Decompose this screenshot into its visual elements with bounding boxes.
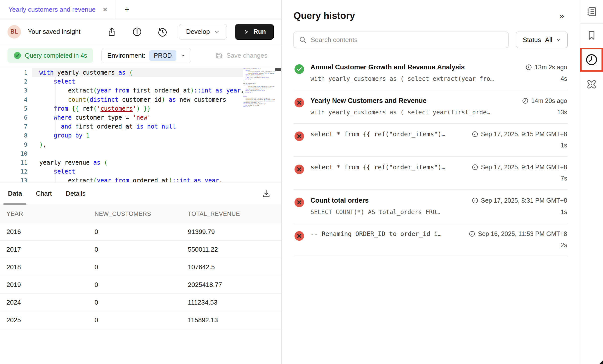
rail-divider (580, 23, 603, 24)
clock-icon (472, 131, 478, 137)
history-item[interactable]: select * from {{ ref("order_items")…Sep … (294, 157, 568, 190)
owner-label: Your saved insight (28, 28, 81, 36)
table-cell: 107642.5 (188, 258, 281, 276)
code-line[interactable]: 2 select (0, 77, 243, 86)
table-row[interactable]: 20180107642.5 (0, 258, 281, 276)
share-icon[interactable] (107, 27, 117, 37)
history-item-title: select * from {{ ref("order_items")… (310, 131, 466, 138)
table-row[interactable]: 20170550011.22 (0, 241, 281, 258)
code-line[interactable]: 3 extract(year from first_ordered_at)::i… (0, 86, 243, 95)
history-item-time: Sep 17, 2025, 9:15 PM GMT+8 (481, 131, 567, 138)
download-icon[interactable] (261, 189, 271, 198)
tab-data-label: Data (8, 190, 22, 197)
resize-corner[interactable] (599, 360, 603, 364)
new-tab-button[interactable]: + (115, 0, 139, 19)
save-icon (215, 51, 223, 59)
history-item[interactable]: Annual Customer Growth and Revenue Analy… (294, 56, 568, 90)
code-line[interactable]: 11yearly_revenue as ( (0, 158, 243, 167)
history-item[interactable]: Count total ordersSep 17, 2025, 8:31 PM … (294, 190, 568, 223)
run-button[interactable]: Run (235, 24, 274, 40)
code-text: group by 1 (39, 132, 90, 139)
code-line[interactable]: 6 where customer_type = 'new' (0, 113, 243, 122)
history-item-body: select * from {{ ref("order_items")…Sep … (310, 131, 567, 149)
code-line[interactable]: 13 extract(year from ordered_at)::int as… (0, 176, 243, 182)
code-line[interactable]: 10 (0, 149, 243, 158)
tab-yearly-customers-and-revenue[interactable]: Yearly customers and revenue ✕ (0, 0, 115, 19)
line-number: 12 (0, 168, 27, 175)
line-number: 4 (0, 96, 27, 103)
column-header: YEAR (0, 205, 95, 223)
insight-toolbar: BL Your saved insight Develop Run (0, 19, 281, 44)
sql-editor[interactable]: 1with yearly_customers as (2 select3 ext… (0, 67, 281, 182)
code-line[interactable]: 8 group by 1 (0, 131, 243, 140)
code-line[interactable]: 9), (0, 140, 243, 149)
tab-chart-label: Chart (36, 190, 52, 197)
history-item-row1: -- Renaming ORDER_ID to order_id i…Sep 1… (310, 230, 567, 237)
table-cell: 2024 (0, 294, 95, 311)
tab-details[interactable]: Details (66, 182, 85, 205)
query-history-clock-icon[interactable] (585, 53, 598, 66)
code-line[interactable]: 12 select (0, 167, 243, 176)
code-text: ), (39, 141, 47, 148)
environment-selector[interactable]: Environment: PROD (101, 48, 191, 63)
results-table-header: YEARNEW_CUSTOMERSTOTAL_REVENUE (0, 205, 281, 223)
minimap-content[interactable]: with yearly_customers as ( select extrac… (243, 68, 275, 182)
code-text: select (39, 78, 75, 85)
table-cell: 2016 (0, 223, 95, 241)
history-item-meta: Sep 16, 2025, 11:53 PM GMT+8 (469, 230, 567, 237)
toolbar-icons (107, 27, 167, 37)
table-cell: 2025418.77 (188, 276, 281, 294)
app-window: Yearly customers and revenue ✕ + BL Your… (0, 0, 603, 364)
save-changes-label: Save changes (226, 52, 267, 59)
line-number: 2 (0, 78, 27, 85)
info-icon[interactable] (132, 27, 142, 37)
environment-label: Environment: (107, 52, 145, 59)
search-box[interactable] (294, 32, 508, 48)
column-header: TOTAL_REVENUE (188, 205, 281, 223)
code-text: select (39, 168, 75, 175)
tab-chart[interactable]: Chart (36, 182, 52, 205)
table-row[interactable]: 20240111234.53 (0, 294, 281, 311)
explore-compass-icon[interactable] (586, 79, 597, 90)
status-filter-dropdown[interactable]: Status All (516, 32, 568, 48)
table-row[interactable]: 201902025418.77 (0, 276, 281, 294)
table-cell: 2025 (0, 311, 95, 329)
collapse-panel-icon[interactable]: » (559, 11, 568, 21)
tab-data[interactable]: Data (8, 182, 22, 205)
save-changes-button[interactable]: Save changes (215, 51, 267, 59)
history-item[interactable]: -- Renaming ORDER_ID to order_id i…Sep 1… (294, 223, 568, 256)
history-item[interactable]: select * from {{ ref("order_items")…Sep … (294, 124, 568, 157)
tab-close-icon[interactable]: ✕ (102, 7, 107, 13)
editor-scrollbar[interactable] (275, 67, 281, 182)
notebook-icon[interactable] (586, 6, 597, 17)
line-number: 7 (0, 123, 27, 130)
code-line[interactable]: 1with yearly_customers as ( (0, 68, 243, 77)
code-line[interactable]: 7 and first_ordered_at is not null (0, 122, 243, 131)
develop-button[interactable]: Develop (179, 24, 227, 40)
error-status-icon (294, 131, 304, 141)
results-tab-bar: Data Chart Details (0, 182, 281, 205)
table-row[interactable]: 20250115892.13 (0, 311, 281, 329)
code-text: extract(year from first_ordered_at)::int… (39, 87, 243, 94)
bookmark-icon[interactable] (586, 30, 597, 41)
history-item[interactable]: Yearly New Customers and Revenue14m 20s … (294, 90, 568, 124)
search-input[interactable] (311, 36, 503, 44)
history-item-body: -- Renaming ORDER_ID to order_id i…Sep 1… (310, 230, 567, 249)
code-line[interactable]: 4 count(distinct customer_id) as new_cus… (0, 95, 243, 104)
table-cell: 2018 (0, 258, 95, 276)
history-item-body: Annual Customer Growth and Revenue Analy… (310, 63, 567, 82)
results-section: Data Chart Details YEARNEW_CUSTOMERSTOTA… (0, 182, 281, 364)
editor-scrollbar-thumb[interactable] (275, 68, 281, 71)
history-item-duration: 1s (561, 142, 567, 149)
right-icon-rail (580, 0, 603, 364)
table-row[interactable]: 2016091399.79 (0, 223, 281, 241)
table-cell: 0 (95, 258, 188, 276)
search-icon (299, 36, 307, 44)
tab-label: Yearly customers and revenue (8, 6, 96, 13)
table-cell: 0 (95, 276, 188, 294)
line-number: 6 (0, 114, 27, 121)
success-check-icon (13, 51, 21, 59)
history-item-time: Sep 17, 2025, 9:14 PM GMT+8 (481, 164, 567, 171)
code-line[interactable]: 5 from {{ ref('customers') }} (0, 104, 243, 113)
version-history-icon[interactable] (157, 27, 167, 37)
